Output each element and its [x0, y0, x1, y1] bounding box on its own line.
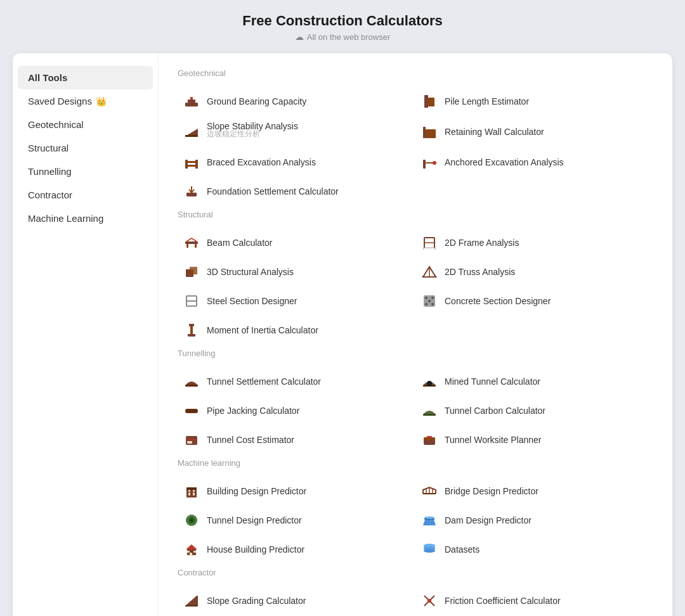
sidebar-item-saved-designs[interactable]: Saved Designs 👑	[13, 89, 158, 113]
svg-point-30	[431, 297, 434, 299]
tool-house-predictor[interactable]: House Building Predictor	[178, 535, 415, 564]
svg-rect-13	[423, 160, 426, 169]
tool-3d-structural[interactable]: 3D Structural Analysis	[178, 257, 415, 286]
tunnel-carbon-icon	[421, 402, 438, 420]
sidebar-item-all-tools[interactable]: All Tools	[18, 66, 153, 89]
svg-point-73	[424, 549, 435, 553]
sidebar-item-tunnelling[interactable]: Tunnelling	[13, 160, 158, 183]
tool-tunnel-settlement[interactable]: Tunnel Settlement Calculator	[178, 367, 415, 396]
tool-pile-length[interactable]: Pile Length Estimator	[415, 87, 653, 116]
geotechnical-label: Geotechnical	[178, 68, 653, 78]
slope-grading-icon	[183, 592, 200, 610]
tool-friction-coeff[interactable]: Friction Coefficient Calculator	[415, 586, 653, 615]
dam-predictor-icon	[421, 511, 438, 529]
svg-rect-8	[426, 129, 436, 138]
tool-concrete-section[interactable]: Concrete Section Designer	[415, 286, 653, 316]
tool-name: Slope Grading Calculator	[207, 596, 306, 606]
ground-bearing-icon	[183, 93, 200, 110]
sidebar-item-geotechnical[interactable]: Geotechnical	[13, 113, 158, 136]
tool-dam-predictor[interactable]: Dam Design Predictor	[415, 506, 653, 535]
sidebar-item-contractor[interactable]: Contractor	[13, 183, 158, 207]
page-subtitle: ☁ All on the web browser	[13, 32, 672, 42]
ml-grid: Building Design Predictor Bridge Design …	[178, 477, 653, 564]
tool-datasets[interactable]: Datasets	[415, 535, 653, 564]
svg-rect-34	[189, 324, 194, 326]
structural-grid: Beam Calculator 2D Frame Analysis 3D Str…	[178, 228, 653, 345]
tunnel-settlement-icon	[183, 373, 200, 390]
house-predictor-icon	[183, 541, 200, 558]
tool-tunnel-carbon[interactable]: Tunnel Carbon Calculator	[415, 396, 653, 425]
svg-rect-42	[423, 414, 436, 416]
tool-2d-truss[interactable]: 2D Truss Analysis	[415, 257, 653, 286]
tool-braced-excavation[interactable]: Braced Excavation Analysis	[178, 148, 415, 177]
tool-name: 2D Frame Analysis	[445, 238, 519, 248]
tool-name: Friction Coefficient Calculator	[445, 596, 561, 606]
page-title: Free Construction Calculators	[13, 13, 672, 29]
2d-frame-icon	[421, 234, 438, 252]
tunnelling-grid: Tunnel Settlement Calculator Mined Tunne…	[178, 367, 653, 454]
tool-name: Pipe Jacking Calculator	[207, 406, 299, 416]
structural-section: Structural Beam Calculator 2D Frame Anal…	[178, 210, 653, 345]
tool-moment-inertia[interactable]: Moment of Inertia Calculator	[178, 316, 415, 345]
tool-tunnel-cost[interactable]: Tunnel Cost Estimator	[178, 425, 415, 454]
svg-rect-25	[190, 267, 197, 274]
tool-slope-stability[interactable]: Slope Stability Analysis 边坡稳定性分析	[178, 116, 415, 148]
tool-anchored-excavation[interactable]: Anchored Excavation Analysis	[415, 148, 653, 177]
tool-2d-frame[interactable]: 2D Frame Analysis	[415, 228, 653, 257]
tool-name: Beam Calculator	[207, 238, 273, 248]
tool-name: Moment of Inertia Calculator	[207, 325, 318, 335]
tool-name: House Building Predictor	[207, 544, 304, 555]
svg-rect-1	[188, 99, 195, 103]
tool-name: Foundation Settlement Calculator	[207, 186, 339, 196]
sidebar-item-machine-learning[interactable]: Machine Learning	[13, 207, 158, 230]
svg-rect-36	[188, 334, 195, 337]
contractor-grid: Slope Grading Calculator Friction Coeffi…	[178, 586, 653, 616]
contractor-label: Contractor	[178, 568, 653, 577]
svg-rect-44	[186, 439, 197, 440]
svg-rect-35	[190, 326, 193, 334]
svg-point-33	[428, 300, 431, 302]
beam-calc-icon	[183, 234, 200, 252]
tool-building-predictor[interactable]: Building Design Predictor	[178, 477, 415, 506]
tool-beam-calculator[interactable]: Beam Calculator	[178, 228, 415, 257]
tool-name: Tunnel Cost Estimator	[207, 435, 294, 445]
tunnel-predictor-icon	[183, 511, 200, 529]
tool-ground-bearing[interactable]: Ground Bearing Capacity	[178, 87, 415, 116]
tool-retaining-wall[interactable]: Retaining Wall Calculator	[415, 116, 653, 148]
friction-coeff-icon	[421, 592, 438, 610]
svg-point-63	[424, 517, 434, 519]
sidebar-item-structural[interactable]: Structural	[13, 136, 158, 160]
svg-rect-53	[188, 490, 190, 492]
tool-name: Datasets	[445, 544, 480, 555]
datasets-icon	[421, 541, 438, 558]
steel-section-icon	[183, 292, 200, 310]
bridge-predictor-icon	[421, 482, 438, 500]
tool-mined-tunnel[interactable]: Mined Tunnel Calculator	[415, 367, 653, 396]
anchored-excavation-icon	[421, 153, 438, 171]
tool-slope-grading[interactable]: Slope Grading Calculator	[178, 586, 415, 615]
tool-name: Building Design Predictor	[207, 486, 306, 496]
tool-pipe-jacking[interactable]: Pipe Jacking Calculator	[178, 396, 415, 425]
tool-steel-section[interactable]: Steel Section Designer	[178, 286, 415, 316]
concrete-section-icon	[421, 292, 438, 310]
braced-excavation-icon	[183, 153, 200, 171]
tool-foundation-settlement[interactable]: Foundation Settlement Calculator	[178, 177, 415, 206]
svg-point-39	[427, 381, 432, 386]
svg-rect-54	[193, 490, 195, 492]
geotechnical-grid: Ground Bearing Capacity Pile Length Esti…	[178, 87, 653, 206]
tool-tunnel-worksite[interactable]: Tunnel Worksite Planner	[415, 425, 653, 454]
structural-label: Structural	[178, 210, 653, 219]
ml-label: Machine learning	[178, 458, 653, 468]
content-area: Geotechnical Ground Bearing Capacity Pil…	[159, 53, 672, 616]
tool-bridge-predictor[interactable]: Bridge Design Predictor	[415, 477, 653, 506]
svg-point-32	[431, 303, 434, 305]
tool-name: Mined Tunnel Calculator	[445, 376, 540, 387]
tool-tunnel-predictor[interactable]: Tunnel Design Predictor	[178, 506, 415, 535]
page-header: Free Construction Calculators ☁ All on t…	[13, 13, 672, 42]
tool-name: Dam Design Predictor	[445, 515, 532, 525]
svg-rect-45	[187, 441, 192, 444]
contractor-section: Contractor Slope Grading Calculator Fric…	[178, 568, 653, 616]
svg-rect-50	[186, 487, 197, 490]
svg-rect-37	[185, 385, 198, 387]
svg-rect-18	[186, 244, 188, 248]
